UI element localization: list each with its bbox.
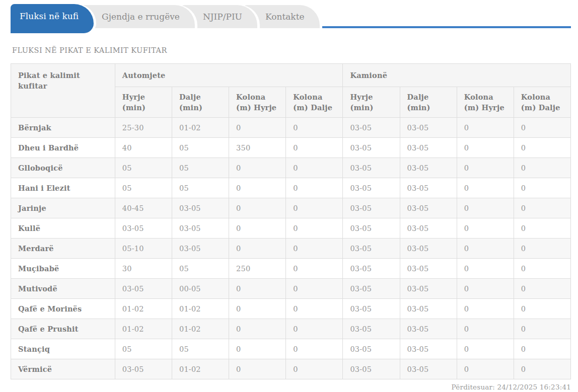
value-cell: 03-05	[400, 218, 457, 239]
table-row: Qafë e Morinës01-0201-020003-0503-0500	[11, 299, 571, 319]
value-cell: 03-05	[343, 239, 400, 259]
value-cell: 0	[286, 198, 343, 218]
value-cell: 0	[514, 299, 570, 319]
value-cell: 03-05	[400, 239, 457, 259]
table-row: Vërmicë03-0501-020003-0503-0500	[11, 359, 571, 379]
value-cell: 03-05	[400, 359, 457, 379]
table-row: Bërnjak25-3001-020003-0503-0500	[11, 118, 571, 138]
value-cell: 0	[457, 118, 514, 138]
value-cell: 0	[229, 279, 286, 299]
value-cell: 05	[115, 158, 172, 178]
value-cell: 40	[115, 138, 172, 158]
value-cell: 03-05	[400, 319, 457, 339]
value-cell: 0	[286, 118, 343, 138]
column-header-exit-min: Dalje (min)	[172, 87, 229, 118]
value-cell: 03-05	[343, 218, 400, 239]
value-cell: 05	[172, 158, 229, 178]
value-cell: 01-02	[172, 118, 229, 138]
table-row: Merdarë05-1003-050003-0503-0500	[11, 239, 571, 259]
value-cell: 01-02	[172, 319, 229, 339]
value-cell: 03-05	[115, 359, 172, 379]
value-cell: 0	[457, 239, 514, 259]
table-row: Mutivodë03-0500-050003-0503-0500	[11, 279, 571, 299]
value-cell: 0	[457, 218, 514, 239]
value-cell: 0	[286, 259, 343, 279]
value-cell: 03-05	[172, 239, 229, 259]
value-cell: 0	[457, 339, 514, 359]
value-cell: 03-05	[343, 158, 400, 178]
column-header-entry-min: Hyrje (min)	[343, 87, 400, 118]
value-cell: 0	[457, 259, 514, 279]
value-cell: 01-02	[115, 299, 172, 319]
value-cell: 0	[286, 138, 343, 158]
value-cell: 0	[514, 178, 570, 198]
value-cell: 0	[229, 118, 286, 138]
table-row: Stançiq05050003-0503-0500	[11, 339, 571, 359]
table-body: Bërnjak25-3001-020003-0503-0500Dheu i Ba…	[11, 118, 571, 379]
value-cell: 0	[286, 239, 343, 259]
value-cell: 0	[514, 259, 570, 279]
value-cell: 03-05	[400, 339, 457, 359]
value-cell: 350	[229, 138, 286, 158]
value-cell: 0	[457, 158, 514, 178]
tab-bar: Fluksi në kufi Gjendja e rrugëve NJIP/PI…	[11, 5, 571, 28]
value-cell: 03-05	[343, 259, 400, 279]
value-cell: 03-05	[343, 138, 400, 158]
value-cell: 03-05	[343, 299, 400, 319]
value-cell: 03-05	[343, 359, 400, 379]
group-header-vehicles: Automjete	[115, 64, 343, 87]
crossing-name: Mutivodë	[11, 279, 115, 299]
value-cell: 25-30	[115, 118, 172, 138]
value-cell: 03-05	[343, 198, 400, 218]
border-flow-table: Pikat e kalimit kufitar Automjete Kamion…	[11, 63, 571, 379]
value-cell: 03-05	[400, 198, 457, 218]
value-cell: 05	[172, 138, 229, 158]
crossing-name: Dheu i Bardhë	[11, 138, 115, 158]
value-cell: 30	[115, 259, 172, 279]
value-cell: 03-05	[343, 319, 400, 339]
table-row: Jarinje40-4503-050003-0503-0500	[11, 198, 571, 218]
crossing-name: Muçibabë	[11, 259, 115, 279]
value-cell: 40-45	[115, 198, 172, 218]
value-cell: 0	[457, 178, 514, 198]
crossing-name: Stançiq	[11, 339, 115, 359]
tab-fluksi-ne-kufi[interactable]: Fluksi në kufi	[11, 4, 94, 33]
crossing-name: Kullë	[11, 218, 115, 239]
tab-gjendja-e-rrugeve[interactable]: Gjendja e rrugëve	[80, 5, 195, 28]
value-cell: 03-05	[172, 198, 229, 218]
table-row: Muçibabë3005250003-0503-0500	[11, 259, 571, 279]
value-cell: 0	[514, 138, 570, 158]
value-cell: 03-05	[343, 118, 400, 138]
value-cell: 0	[514, 218, 570, 239]
value-cell: 250	[229, 259, 286, 279]
value-cell: 01-02	[115, 319, 172, 339]
value-cell: 03-05	[400, 259, 457, 279]
value-cell: 0	[229, 239, 286, 259]
value-cell: 03-05	[400, 118, 457, 138]
table-row: Dheu i Bardhë4005350003-0503-0500	[11, 138, 571, 158]
value-cell: 0	[457, 299, 514, 319]
column-header-queue-entry: Kolona (m) Hyrje	[229, 87, 286, 118]
value-cell: 0	[457, 279, 514, 299]
column-header-queue-exit: Kolona (m) Dalje	[514, 87, 570, 118]
value-cell: 0	[457, 359, 514, 379]
value-cell: 05	[172, 259, 229, 279]
value-cell: 0	[229, 178, 286, 198]
table-header: Pikat e kalimit kufitar Automjete Kamion…	[11, 64, 571, 118]
column-header-queue-exit: Kolona (m) Dalje	[286, 87, 343, 118]
value-cell: 0	[514, 239, 570, 259]
crossing-name: Qafë e Morinës	[11, 299, 115, 319]
table-row: Qafë e Prushit01-0201-020003-0503-0500	[11, 319, 571, 339]
value-cell: 03-05	[400, 178, 457, 198]
crossing-name: Vërmicë	[11, 359, 115, 379]
last-updated-timestamp: Përditesuar: 24/12/2025 16:23:41	[11, 383, 571, 391]
value-cell: 0	[514, 118, 570, 138]
crossing-name: Glloboqicë	[11, 158, 115, 178]
value-cell: 05-10	[115, 239, 172, 259]
value-cell: 0	[286, 339, 343, 359]
value-cell: 0	[229, 218, 286, 239]
value-cell: 0	[286, 319, 343, 339]
value-cell: 0	[286, 299, 343, 319]
value-cell: 0	[457, 138, 514, 158]
value-cell: 03-05	[343, 279, 400, 299]
